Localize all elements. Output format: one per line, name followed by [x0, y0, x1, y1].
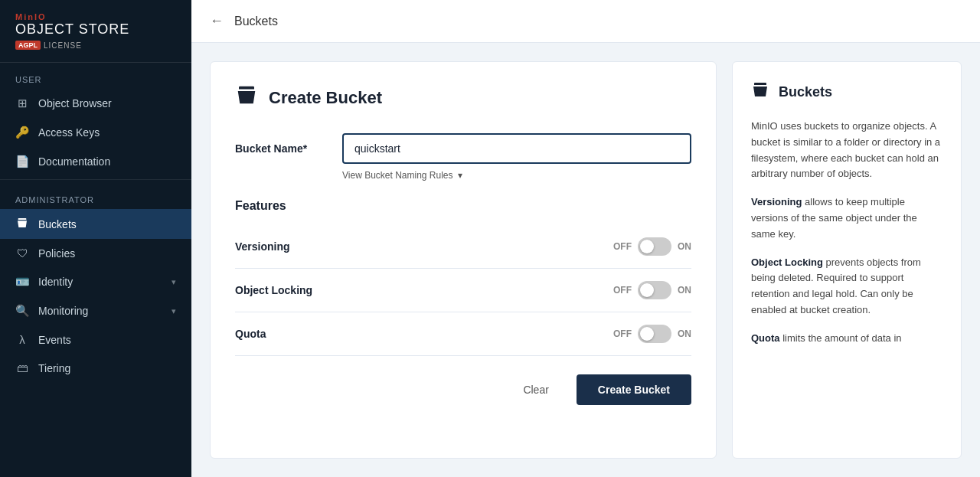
- main-content: ← Buckets Create Bucket Bucket Name* Vie…: [191, 0, 980, 477]
- brand-title: OBJECT STORE: [15, 21, 176, 38]
- versioning-on-label: ON: [678, 241, 691, 252]
- quota-toggle[interactable]: [638, 325, 671, 343]
- sidebar-item-label: Events: [38, 334, 71, 346]
- quota-row: Quota OFF ON: [235, 312, 691, 356]
- sidebar-item-label: Documentation: [38, 155, 110, 168]
- sidebar: MinIO OBJECT STORE AGPL LICENSE User ⊞ O…: [0, 0, 191, 477]
- bucket-name-label: Bucket Name*: [235, 142, 327, 155]
- brand-minio: MinIO: [15, 12, 176, 21]
- logo: MinIO OBJECT STORE AGPL LICENSE: [0, 0, 191, 63]
- info-quota: Quota limits the amount of data in: [751, 331, 942, 347]
- naming-rules-toggle[interactable]: View Bucket Naming Rules ▾: [342, 170, 691, 181]
- versioning-bold: Versioning: [751, 196, 802, 207]
- naming-rules-label: View Bucket Naming Rules: [342, 170, 453, 181]
- sidebar-item-label: Tiering: [38, 362, 70, 374]
- sidebar-item-label: Monitoring: [38, 305, 88, 317]
- chevron-down-icon: ▾: [172, 306, 176, 316]
- back-button[interactable]: ←: [210, 13, 224, 29]
- bucket-icon-large: [235, 83, 258, 112]
- quota-toggle-group: OFF ON: [613, 325, 691, 343]
- chevron-down-icon: ▾: [172, 277, 176, 287]
- breadcrumb: Buckets: [234, 15, 278, 28]
- doc-icon: 📄: [15, 155, 29, 168]
- sidebar-item-label: Policies: [38, 247, 75, 260]
- sidebar-item-tiering[interactable]: 🗃 Tiering: [0, 354, 191, 382]
- sidebar-item-documentation[interactable]: 📄 Documentation: [0, 147, 191, 176]
- chevron-down-icon: ▾: [458, 170, 462, 181]
- versioning-toggle-group: OFF ON: [613, 237, 691, 256]
- agpl-badge: AGPL: [15, 41, 41, 50]
- admin-section-label: Administrator: [0, 183, 191, 209]
- topbar: ← Buckets: [191, 0, 980, 43]
- bucket-name-row: Bucket Name*: [235, 133, 691, 164]
- create-bucket-button[interactable]: Create Bucket: [577, 374, 691, 405]
- info-header: Buckets: [751, 80, 942, 103]
- bucket-name-input[interactable]: [342, 133, 691, 164]
- object-locking-label: Object Locking: [235, 284, 613, 296]
- clear-button[interactable]: Clear: [508, 376, 564, 403]
- sidebar-item-label: Identity: [38, 276, 73, 288]
- content-area: Create Bucket Bucket Name* View Bucket N…: [191, 43, 980, 477]
- key-icon: 🔑: [15, 126, 29, 139]
- identity-icon: 🪪: [15, 275, 29, 289]
- sidebar-item-access-keys[interactable]: 🔑 Access Keys: [0, 118, 191, 147]
- quota-on-label: ON: [678, 328, 691, 339]
- tiering-icon: 🗃: [15, 361, 29, 374]
- info-p1: MinIO uses buckets to organize objects. …: [751, 119, 942, 182]
- locking-bold: Object Locking: [751, 256, 823, 268]
- versioning-label: Versioning: [235, 240, 613, 253]
- object-locking-on-label: ON: [678, 285, 691, 296]
- toggle-thumb: [640, 240, 654, 253]
- events-icon: λ: [15, 333, 29, 346]
- user-section-label: User: [0, 63, 191, 89]
- sidebar-item-object-browser[interactable]: ⊞ Object Browser: [0, 89, 191, 118]
- object-locking-toggle[interactable]: [638, 281, 671, 299]
- sidebar-item-policies[interactable]: 🛡 Policies: [0, 239, 191, 267]
- license-text: LICENSE: [44, 41, 82, 50]
- form-title: Create Bucket: [269, 88, 382, 108]
- sidebar-divider: [0, 179, 191, 180]
- sidebar-item-label: Object Browser: [38, 97, 112, 109]
- info-versioning: Versioning allows to keep multiple versi…: [751, 194, 942, 242]
- versioning-toggle[interactable]: [638, 237, 671, 256]
- bucket-icon: [15, 217, 29, 231]
- toggle-thumb: [640, 327, 654, 341]
- features-heading: Features: [235, 199, 691, 213]
- object-locking-toggle-group: OFF ON: [613, 281, 691, 299]
- versioning-off-label: OFF: [613, 241, 632, 252]
- quota-bold: Quota: [751, 332, 780, 344]
- sidebar-item-monitoring[interactable]: 🔍 Monitoring ▾: [0, 296, 191, 325]
- toggle-thumb: [640, 283, 654, 297]
- sidebar-item-buckets[interactable]: Buckets: [0, 209, 191, 239]
- form-actions: Clear Create Bucket: [235, 374, 691, 405]
- object-locking-row: Object Locking OFF ON: [235, 269, 691, 312]
- quota-text: limits the amount of data in: [780, 332, 902, 344]
- quota-off-label: OFF: [613, 328, 632, 339]
- policies-icon: 🛡: [15, 247, 29, 260]
- object-locking-off-label: OFF: [613, 285, 632, 296]
- sidebar-item-label: Buckets: [38, 218, 77, 230]
- sidebar-item-events[interactable]: λ Events: [0, 325, 191, 354]
- sidebar-item-identity[interactable]: 🪪 Identity ▾: [0, 267, 191, 296]
- form-header: Create Bucket: [235, 83, 691, 112]
- license-badge: AGPL LICENSE: [15, 41, 176, 50]
- info-bucket-icon: [751, 80, 769, 103]
- monitoring-icon: 🔍: [15, 304, 29, 318]
- info-locking: Object Locking prevents objects from bei…: [751, 255, 942, 319]
- object-browser-icon: ⊞: [15, 96, 29, 110]
- info-title: Buckets: [779, 84, 832, 100]
- quota-label: Quota: [235, 328, 613, 340]
- info-card: Buckets MinIO uses buckets to organize o…: [732, 61, 962, 459]
- versioning-row: Versioning OFF ON: [235, 225, 691, 269]
- create-bucket-form: Create Bucket Bucket Name* View Bucket N…: [210, 61, 717, 459]
- sidebar-item-label: Access Keys: [38, 126, 100, 139]
